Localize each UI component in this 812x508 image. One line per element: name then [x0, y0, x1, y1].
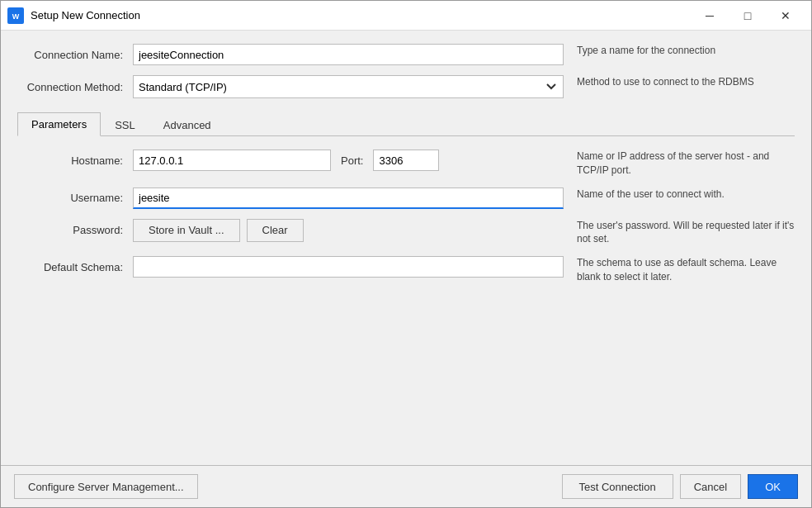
default-schema-input-area: [133, 256, 564, 278]
default-schema-row: Default Schema: The schema to use as def…: [17, 256, 795, 284]
hostname-form: Hostname: Port:: [17, 150, 564, 171]
connection-name-hint: Type a name for the connection: [564, 44, 795, 58]
connection-method-select[interactable]: Standard (TCP/IP) Local Socket/Pipe Stan…: [133, 75, 564, 98]
connection-name-label: Connection Name:: [17, 49, 133, 61]
username-form: Username:: [17, 188, 564, 209]
tab-content-parameters: Hostname: Port: Name or IP address of th…: [17, 150, 795, 294]
tab-advanced[interactable]: Advanced: [149, 112, 225, 136]
ok-button[interactable]: OK: [748, 474, 798, 499]
connection-method-row: Connection Method: Standard (TCP/IP) Loc…: [17, 75, 795, 98]
connection-name-form: Connection Name:: [17, 44, 564, 65]
tab-parameters[interactable]: Parameters: [17, 112, 101, 136]
hostname-input-area: Port:: [133, 150, 564, 171]
dialog-content: Connection Name: Type a name for the con…: [1, 31, 811, 465]
bottom-right: Test Connection Cancel OK: [562, 474, 799, 499]
configure-server-button[interactable]: Configure Server Management...: [14, 474, 198, 499]
default-schema-input[interactable]: [133, 256, 564, 278]
password-input-area: Store in Vault ... Clear: [133, 219, 564, 242]
password-label: Password:: [17, 224, 133, 236]
store-in-vault-button[interactable]: Store in Vault ...: [133, 219, 240, 242]
port-label: Port:: [341, 154, 363, 167]
hostname-label: Hostname:: [17, 154, 133, 167]
connection-name-input-area: [133, 44, 564, 65]
close-button[interactable]: ✕: [767, 2, 805, 29]
connection-name-row: Connection Name: Type a name for the con…: [17, 44, 795, 65]
username-label: Username:: [17, 192, 133, 204]
password-button-group: Store in Vault ... Clear: [133, 219, 304, 242]
password-form: Password: Store in Vault ... Clear: [17, 219, 564, 242]
password-hint: The user's password. Will be requested l…: [564, 219, 795, 247]
parameter-tabs: Parameters SSL Advanced: [17, 112, 795, 136]
default-schema-label: Default Schema:: [17, 261, 133, 273]
port-input[interactable]: [373, 150, 439, 171]
password-row: Password: Store in Vault ... Clear The u…: [17, 219, 795, 247]
connection-name-input[interactable]: [133, 44, 564, 65]
titlebar: W Setup New Connection ─ □ ✕: [1, 1, 811, 31]
test-connection-button[interactable]: Test Connection: [562, 474, 673, 499]
default-schema-hint: The schema to use as default schema. Lea…: [564, 256, 795, 284]
username-input[interactable]: [133, 188, 564, 209]
window-controls: ─ □ ✕: [691, 2, 805, 29]
app-icon: W: [7, 7, 24, 24]
connection-method-label: Connection Method:: [17, 81, 133, 93]
username-hint: Name of the user to connect with.: [564, 188, 795, 202]
setup-dialog: W Setup New Connection ─ □ ✕ Connection …: [0, 0, 812, 508]
username-input-area: [133, 188, 564, 209]
hostname-row: Hostname: Port: Name or IP address of th…: [17, 150, 795, 178]
bottom-bar: Configure Server Management... Test Conn…: [1, 465, 811, 507]
clear-password-button[interactable]: Clear: [247, 219, 304, 242]
connection-method-hint: Method to use to connect to the RDBMS: [564, 75, 795, 89]
maximize-button[interactable]: □: [729, 2, 767, 29]
minimize-button[interactable]: ─: [691, 2, 729, 29]
connection-method-select-area: Standard (TCP/IP) Local Socket/Pipe Stan…: [133, 75, 564, 98]
cancel-button[interactable]: Cancel: [680, 474, 741, 499]
connection-method-form: Connection Method: Standard (TCP/IP) Loc…: [17, 75, 564, 98]
hostname-input[interactable]: [133, 150, 331, 171]
bottom-left: Configure Server Management...: [14, 474, 198, 499]
hostname-hint: Name or IP address of the server host - …: [564, 150, 795, 178]
tab-ssl[interactable]: SSL: [101, 112, 149, 136]
default-schema-form: Default Schema:: [17, 256, 564, 278]
window-title: Setup New Connection: [31, 9, 691, 21]
svg-text:W: W: [12, 12, 20, 21]
username-row: Username: Name of the user to connect wi…: [17, 188, 795, 209]
